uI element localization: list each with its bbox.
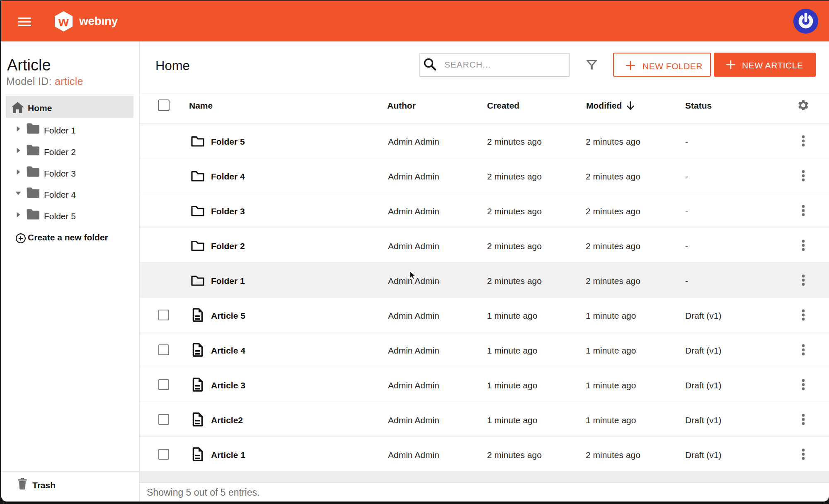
- svg-text:w: w: [58, 14, 69, 29]
